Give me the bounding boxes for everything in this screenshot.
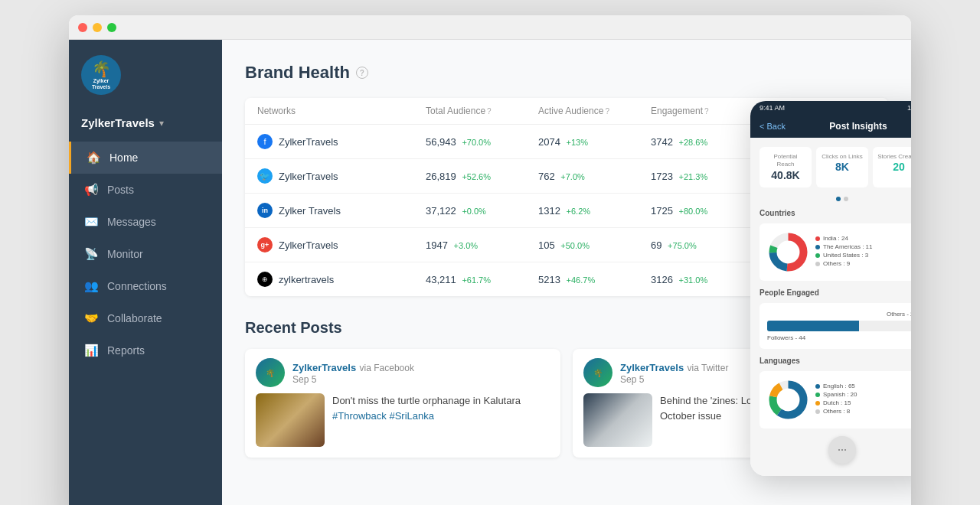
network-twitter: 🐦 ZylkerTravels: [257, 168, 426, 184]
legend-others-languages: Others : 8: [815, 408, 911, 415]
engaged-bar-fill: [767, 321, 859, 331]
googleplus-name: ZylkerTravels: [279, 239, 338, 251]
engagement-info: ?: [704, 107, 709, 116]
engaged-bar-container: Others - 28 Followers - 44: [760, 303, 911, 349]
others-label: Others - 28: [887, 311, 911, 318]
countries-section-title: Countries: [760, 209, 911, 217]
mobile-stat-stories: Stories Created 20: [873, 147, 911, 187]
mobile-battery: 100%: [907, 104, 911, 112]
network-facebook: f ZylkerTravels: [257, 134, 426, 149]
post-text-facebook: Don't miss the turtle orphanage in Kalut…: [332, 393, 550, 447]
legend-others-countries: Others : 9: [815, 260, 911, 267]
googleplus-icon: g+: [257, 237, 273, 252]
instagram-icon: ⊕: [257, 272, 273, 287]
countries-legend: India : 24 The Americas : 11 United Stat…: [815, 235, 911, 269]
post-via-facebook: via Facebook: [360, 363, 414, 373]
ig-active-audience: 5213 +46.7%: [538, 274, 651, 285]
mobile-title: Post Insights: [792, 121, 911, 132]
post-thumbnail-facebook: [256, 393, 325, 447]
fab-button[interactable]: ⋯: [828, 436, 856, 464]
active-audience-info: ?: [605, 107, 609, 116]
twitter-icon: 🐦: [257, 168, 273, 184]
logo-inner: 🌴 ZylkerTravels: [92, 60, 111, 91]
gp-total-audience: 1947 +3.0%: [426, 239, 538, 251]
legend-dot-spanish: [815, 393, 820, 397]
logo-circle: 🌴 ZylkerTravels: [81, 55, 121, 95]
network-instagram: ⊕ zylkertravels: [257, 272, 426, 287]
reports-icon: 📊: [84, 344, 98, 357]
col-active-audience: Active Audience?: [538, 106, 651, 116]
fb-active-audience: 2074 +13%: [538, 136, 651, 148]
col-engagement: Engagement?: [651, 106, 763, 116]
brand-health-info-icon[interactable]: ?: [356, 67, 368, 79]
sidebar-item-reports[interactable]: 📊 Reports: [69, 334, 222, 367]
legend-dutch: Dutch : 15: [815, 399, 911, 406]
twitter-name: ZylkerTravels: [279, 171, 338, 182]
legend-dot-india: [815, 236, 820, 241]
sidebar-item-collaborate[interactable]: 🤝 Collaborate: [69, 302, 222, 334]
posts-icon: 📢: [84, 183, 98, 197]
mobile-statusbar: 9:41 AM 100%: [750, 101, 911, 115]
post-account-facebook: ZylkerTravels: [292, 362, 356, 373]
legend-dot-americas: [815, 245, 820, 249]
post-card-facebook: 🌴 ZylkerTravels via Facebook Sep 5 Don't…: [245, 349, 560, 458]
sidebar-logo-area: 🌴 ZylkerTravels: [69, 40, 222, 110]
mobile-dots: [760, 197, 911, 201]
engaged-section-title: People Engaged: [760, 288, 911, 297]
fb-engagement: 3742 +28.6%: [651, 136, 763, 148]
sidebar-brand[interactable]: ZylkerTravels ▾: [69, 110, 222, 142]
mobile-body: Potential Reach 40.8K Clicks on Links 8K…: [750, 138, 911, 438]
maximize-icon[interactable]: [107, 23, 116, 32]
mobile-footer: ⋯: [750, 438, 911, 476]
tw-active-audience: 762 +7.0%: [538, 171, 651, 182]
languages-donut-chart: [767, 379, 809, 421]
ig-engagement: 3126 +31.0%: [651, 274, 763, 285]
col-networks: Networks: [257, 106, 426, 116]
li-engagement: 1725 +80.0%: [651, 205, 763, 217]
countries-donut-chart: [767, 231, 809, 273]
browser-window: 🌴 ZylkerTravels ZylkerTravels ▾ 🏠 Home 📢…: [69, 15, 911, 505]
languages-legend: English : 65 Spanish : 20 Dutch : 15: [815, 383, 911, 416]
gp-engagement: 69 +75.0%: [651, 239, 763, 251]
post-account-twitter: ZylkerTravels: [620, 362, 684, 373]
legend-us: United States : 3: [815, 252, 911, 259]
ig-total-audience: 43,211 +61.7%: [426, 274, 538, 285]
dot-2: [844, 197, 848, 201]
connections-label: Connections: [107, 280, 167, 292]
close-icon[interactable]: [78, 23, 87, 32]
sidebar-item-posts[interactable]: 📢 Posts: [69, 174, 222, 206]
languages-chart: English : 65 Spanish : 20 Dutch : 15: [760, 371, 911, 428]
network-linkedin: in Zylker Travels: [257, 203, 426, 218]
sidebar-item-home[interactable]: 🏠 Home: [69, 142, 222, 174]
fb-total-audience: 56,943 +70.0%: [426, 136, 538, 148]
post-via-twitter: via Twitter: [688, 363, 729, 373]
legend-americas: The Americas : 11: [815, 243, 911, 250]
minimize-icon[interactable]: [93, 23, 102, 32]
linkedin-icon: in: [257, 203, 273, 218]
gp-active-audience: 105 +50.0%: [538, 239, 651, 251]
instagram-name: zylkertravels: [279, 274, 334, 285]
sidebar-item-monitor[interactable]: 📡 Monitor: [69, 238, 222, 270]
li-active-audience: 1312 +6.2%: [538, 205, 651, 217]
mobile-navbar: < Back Post Insights: [750, 115, 911, 138]
languages-donut-row: English : 65 Spanish : 20 Dutch : 15: [767, 379, 911, 421]
hashtag-throwback: #Throwback: [332, 410, 387, 422]
legend-spanish: Spanish : 20: [815, 391, 911, 398]
sidebar-item-messages[interactable]: ✉️ Messages: [69, 206, 222, 238]
legend-dot-others-lang: [815, 409, 820, 414]
connections-icon: 👥: [84, 279, 98, 293]
legend-dot-dutch: [815, 401, 820, 406]
tw-total-audience: 26,819 +52.6%: [426, 171, 538, 182]
languages-section-title: Languages: [760, 357, 911, 365]
countries-chart: India : 24 The Americas : 11 United Stat…: [760, 223, 911, 281]
monitor-label: Monitor: [107, 248, 143, 260]
brand-health-title: Brand Health ?: [245, 63, 888, 83]
post-content-facebook: Don't miss the turtle orphanage in Kalut…: [245, 393, 560, 458]
monitor-icon: 📡: [84, 247, 98, 261]
mobile-back-button[interactable]: < Back: [760, 122, 786, 131]
sidebar-item-connections[interactable]: 👥 Connections: [69, 270, 222, 302]
post-date-facebook: Sep 5: [292, 374, 550, 385]
sidebar: 🌴 ZylkerTravels ZylkerTravels ▾ 🏠 Home 📢…: [69, 40, 222, 505]
mobile-stats-row: Potential Reach 40.8K Clicks on Links 8K…: [760, 147, 911, 187]
home-icon: 🏠: [87, 151, 100, 165]
